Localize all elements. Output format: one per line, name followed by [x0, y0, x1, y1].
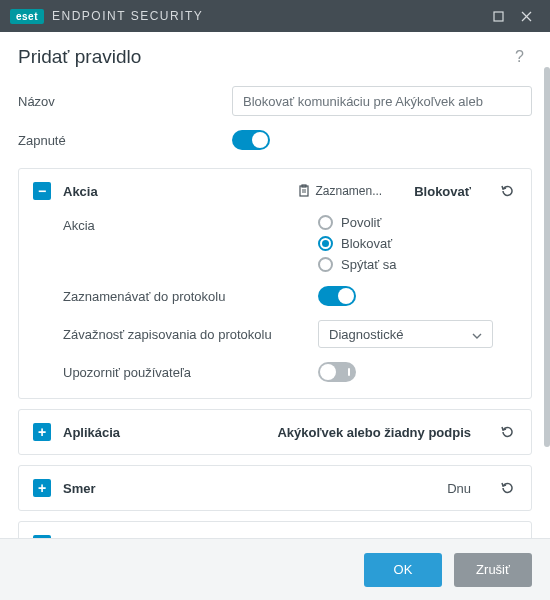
expand-icon[interactable]: +: [33, 535, 51, 538]
action-panel: − Akcia Zaznamen... Blokovať Akcia: [18, 168, 532, 399]
enabled-label: Zapnuté: [18, 133, 232, 148]
revert-icon[interactable]: [497, 181, 517, 201]
chevron-down-icon: [472, 327, 482, 342]
log-to-protocol-label: Zaznamenávať do protokolu: [63, 289, 318, 304]
panel-title-application: Aplikácia: [63, 425, 120, 440]
clipboard-icon: [297, 184, 311, 198]
severity-select[interactable]: Diagnostické: [318, 320, 493, 348]
action-summary: Blokovať: [414, 184, 471, 199]
severity-label: Závažnosť zapisovania do protokolu: [63, 327, 318, 342]
window-maximize-button[interactable]: [484, 2, 512, 30]
log-note-label: Zaznamen...: [315, 184, 382, 198]
window-close-button[interactable]: [512, 2, 540, 30]
action-sublabel: Akcia: [63, 215, 318, 233]
application-value: Akýkoľvek alebo žiadny podpis: [277, 425, 471, 440]
name-input[interactable]: [232, 86, 532, 116]
application-panel: + Aplikácia Akýkoľvek alebo žiadny podpi…: [18, 409, 532, 455]
ok-button[interactable]: OK: [364, 553, 442, 587]
scrollbar[interactable]: [542, 32, 550, 538]
panel-title-protocol: Protokol IP: [63, 537, 132, 539]
protocol-value: TCP a UDP: [403, 537, 471, 539]
expand-icon[interactable]: +: [33, 423, 51, 441]
main-content: Pridať pravidlo ? Názov Zapnuté − Akcia …: [0, 32, 542, 538]
help-icon[interactable]: ?: [515, 48, 524, 66]
notify-toggle[interactable]: [318, 362, 356, 382]
radio-allow[interactable]: Povoliť: [318, 215, 396, 230]
log-note-button[interactable]: Zaznamen...: [297, 184, 382, 198]
page-title: Pridať pravidlo: [18, 46, 515, 68]
radio-ask-label: Spýtať sa: [341, 257, 396, 272]
expand-icon[interactable]: +: [33, 479, 51, 497]
radio-circle-icon: [318, 236, 333, 251]
notify-label: Upozorniť používateľa: [63, 365, 318, 380]
radio-circle-icon: [318, 257, 333, 272]
severity-value: Diagnostické: [329, 327, 403, 342]
action-radio-group: Povoliť Blokovať Spýtať sa: [318, 215, 396, 272]
panel-title-action: Akcia: [63, 184, 98, 199]
logo-badge: eset: [10, 9, 44, 24]
collapse-icon[interactable]: −: [33, 182, 51, 200]
radio-allow-label: Povoliť: [341, 215, 381, 230]
enabled-toggle[interactable]: [232, 130, 270, 150]
cancel-button[interactable]: Zrušiť: [454, 553, 532, 587]
footer: OK Zrušiť: [0, 538, 550, 600]
direction-value: Dnu: [447, 481, 471, 496]
titlebar: eset ENDPOINT SECURITY: [0, 0, 550, 32]
scrollbar-thumb[interactable]: [544, 67, 550, 447]
protocol-panel: + Protokol IP TCP a UDP: [18, 521, 532, 538]
radio-ask[interactable]: Spýtať sa: [318, 257, 396, 272]
radio-block[interactable]: Blokovať: [318, 236, 396, 251]
direction-panel: + Smer Dnu: [18, 465, 532, 511]
radio-block-label: Blokovať: [341, 236, 392, 251]
log-to-protocol-toggle[interactable]: [318, 286, 356, 306]
revert-icon[interactable]: [497, 478, 517, 498]
app-name: ENDPOINT SECURITY: [52, 9, 203, 23]
name-label: Názov: [18, 94, 232, 109]
svg-rect-0: [494, 12, 503, 21]
revert-icon[interactable]: [497, 422, 517, 442]
revert-icon[interactable]: [497, 534, 517, 538]
radio-circle-icon: [318, 215, 333, 230]
panel-title-direction: Smer: [63, 481, 96, 496]
